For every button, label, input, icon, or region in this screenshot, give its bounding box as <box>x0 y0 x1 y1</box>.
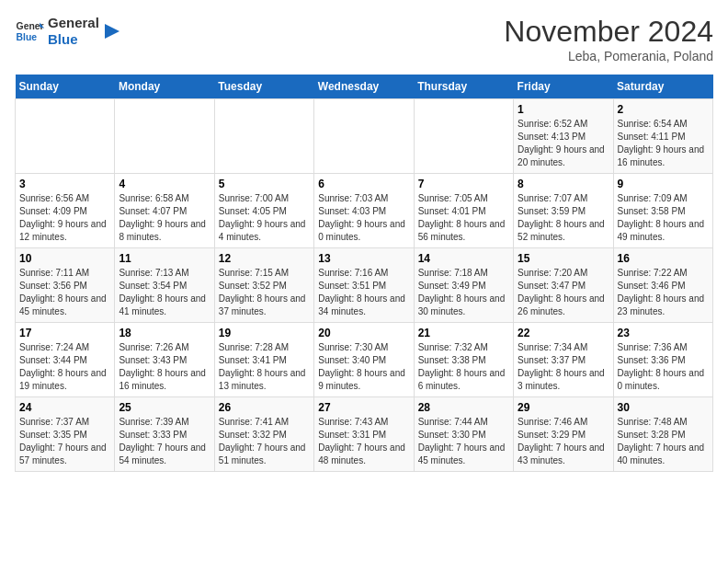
day-number: 19 <box>219 327 310 339</box>
table-row: 20Sunrise: 7:30 AM Sunset: 3:40 PM Dayli… <box>314 323 414 397</box>
day-number: 17 <box>19 327 110 339</box>
table-row: 26Sunrise: 7:41 AM Sunset: 3:32 PM Dayli… <box>214 397 313 472</box>
table-row: 5Sunrise: 7:00 AM Sunset: 4:05 PM Daylig… <box>214 174 313 248</box>
header-monday: Monday <box>115 75 214 99</box>
day-number: 6 <box>318 178 409 190</box>
logo: General Blue General Blue <box>15 15 121 48</box>
table-row: 1Sunrise: 6:52 AM Sunset: 4:13 PM Daylig… <box>514 99 613 174</box>
day-info: Sunrise: 7:41 AM Sunset: 3:32 PM Dayligh… <box>219 416 310 467</box>
weekday-header-row: Sunday Monday Tuesday Wednesday Thursday… <box>16 75 713 99</box>
table-row: 22Sunrise: 7:34 AM Sunset: 3:37 PM Dayli… <box>514 323 613 397</box>
table-row: 28Sunrise: 7:44 AM Sunset: 3:30 PM Dayli… <box>414 397 513 472</box>
day-info: Sunrise: 7:03 AM Sunset: 4:03 PM Dayligh… <box>318 192 409 244</box>
day-number: 7 <box>418 178 509 190</box>
day-info: Sunrise: 7:16 AM Sunset: 3:51 PM Dayligh… <box>318 267 409 318</box>
day-info: Sunrise: 7:32 AM Sunset: 3:38 PM Dayligh… <box>418 341 509 393</box>
logo-general: General <box>48 15 99 30</box>
logo-icon: General Blue <box>15 17 44 46</box>
table-row: 25Sunrise: 7:39 AM Sunset: 3:33 PM Dayli… <box>115 397 214 472</box>
table-row: 13Sunrise: 7:16 AM Sunset: 3:51 PM Dayli… <box>314 248 414 323</box>
day-info: Sunrise: 7:05 AM Sunset: 4:01 PM Dayligh… <box>418 192 509 244</box>
day-info: Sunrise: 7:11 AM Sunset: 3:56 PM Dayligh… <box>19 267 110 318</box>
day-number: 4 <box>119 178 210 190</box>
week-row-3: 10Sunrise: 7:11 AM Sunset: 3:56 PM Dayli… <box>16 248 713 323</box>
day-number: 11 <box>119 252 210 265</box>
table-row: 14Sunrise: 7:18 AM Sunset: 3:49 PM Dayli… <box>414 248 513 323</box>
logo-blue: Blue <box>48 31 78 47</box>
day-info: Sunrise: 7:30 AM Sunset: 3:40 PM Dayligh… <box>318 341 409 393</box>
week-row-1: 1Sunrise: 6:52 AM Sunset: 4:13 PM Daylig… <box>16 99 713 174</box>
calendar-table: Sunday Monday Tuesday Wednesday Thursday… <box>15 75 713 472</box>
day-number: 25 <box>119 401 210 414</box>
table-row: 17Sunrise: 7:24 AM Sunset: 3:44 PM Dayli… <box>16 323 115 397</box>
day-info: Sunrise: 7:43 AM Sunset: 3:31 PM Dayligh… <box>318 416 409 467</box>
table-row: 16Sunrise: 7:22 AM Sunset: 3:46 PM Dayli… <box>613 248 712 323</box>
logo-arrow-icon <box>103 22 121 40</box>
table-row: 3Sunrise: 6:56 AM Sunset: 4:09 PM Daylig… <box>16 174 115 248</box>
day-number: 30 <box>618 401 709 414</box>
svg-marker-3 <box>105 24 119 39</box>
day-number: 27 <box>318 401 409 414</box>
table-row: 21Sunrise: 7:32 AM Sunset: 3:38 PM Dayli… <box>414 323 513 397</box>
table-row: 23Sunrise: 7:36 AM Sunset: 3:36 PM Dayli… <box>613 323 712 397</box>
day-info: Sunrise: 7:22 AM Sunset: 3:46 PM Dayligh… <box>618 267 709 318</box>
day-info: Sunrise: 7:18 AM Sunset: 3:49 PM Dayligh… <box>418 267 509 318</box>
table-row: 7Sunrise: 7:05 AM Sunset: 4:01 PM Daylig… <box>414 174 513 248</box>
day-info: Sunrise: 7:20 AM Sunset: 3:47 PM Dayligh… <box>518 267 609 318</box>
day-number: 15 <box>518 252 609 265</box>
table-row: 8Sunrise: 7:07 AM Sunset: 3:59 PM Daylig… <box>514 174 613 248</box>
day-number: 21 <box>418 327 509 339</box>
table-row: 27Sunrise: 7:43 AM Sunset: 3:31 PM Dayli… <box>314 397 414 472</box>
header-saturday: Saturday <box>613 75 712 99</box>
day-info: Sunrise: 6:56 AM Sunset: 4:09 PM Dayligh… <box>19 192 110 244</box>
day-number: 5 <box>219 178 310 190</box>
day-info: Sunrise: 7:26 AM Sunset: 3:43 PM Dayligh… <box>119 341 210 393</box>
table-row <box>16 99 115 174</box>
day-number: 26 <box>219 401 310 414</box>
table-row: 15Sunrise: 7:20 AM Sunset: 3:47 PM Dayli… <box>514 248 613 323</box>
day-number: 24 <box>19 401 110 414</box>
day-info: Sunrise: 7:34 AM Sunset: 3:37 PM Dayligh… <box>518 341 609 393</box>
table-row: 6Sunrise: 7:03 AM Sunset: 4:03 PM Daylig… <box>314 174 414 248</box>
table-row <box>115 99 214 174</box>
day-info: Sunrise: 7:13 AM Sunset: 3:54 PM Dayligh… <box>119 267 210 318</box>
table-row: 18Sunrise: 7:26 AM Sunset: 3:43 PM Dayli… <box>115 323 214 397</box>
day-number: 1 <box>518 103 609 116</box>
header-thursday: Thursday <box>414 75 513 99</box>
day-number: 28 <box>418 401 509 414</box>
day-number: 8 <box>518 178 609 190</box>
day-number: 10 <box>19 252 110 265</box>
day-info: Sunrise: 6:58 AM Sunset: 4:07 PM Dayligh… <box>119 192 210 244</box>
day-info: Sunrise: 7:44 AM Sunset: 3:30 PM Dayligh… <box>418 416 509 467</box>
day-info: Sunrise: 7:28 AM Sunset: 3:41 PM Dayligh… <box>219 341 310 393</box>
day-number: 12 <box>219 252 310 265</box>
day-info: Sunrise: 7:15 AM Sunset: 3:52 PM Dayligh… <box>219 267 310 318</box>
table-row: 2Sunrise: 6:54 AM Sunset: 4:11 PM Daylig… <box>613 99 712 174</box>
day-number: 23 <box>618 327 709 339</box>
table-row: 11Sunrise: 7:13 AM Sunset: 3:54 PM Dayli… <box>115 248 214 323</box>
week-row-4: 17Sunrise: 7:24 AM Sunset: 3:44 PM Dayli… <box>16 323 713 397</box>
day-info: Sunrise: 7:48 AM Sunset: 3:28 PM Dayligh… <box>618 416 709 467</box>
day-number: 20 <box>318 327 409 339</box>
table-row: 4Sunrise: 6:58 AM Sunset: 4:07 PM Daylig… <box>115 174 214 248</box>
table-row: 19Sunrise: 7:28 AM Sunset: 3:41 PM Dayli… <box>214 323 313 397</box>
day-number: 3 <box>19 178 110 190</box>
day-info: Sunrise: 7:00 AM Sunset: 4:05 PM Dayligh… <box>219 192 310 244</box>
header-friday: Friday <box>514 75 613 99</box>
svg-text:Blue: Blue <box>17 32 38 42</box>
day-number: 22 <box>518 327 609 339</box>
week-row-2: 3Sunrise: 6:56 AM Sunset: 4:09 PM Daylig… <box>16 174 713 248</box>
day-number: 16 <box>618 252 709 265</box>
day-info: Sunrise: 6:52 AM Sunset: 4:13 PM Dayligh… <box>518 118 609 169</box>
day-number: 2 <box>618 103 709 116</box>
table-row <box>414 99 513 174</box>
day-info: Sunrise: 7:37 AM Sunset: 3:35 PM Dayligh… <box>19 416 110 467</box>
header-wednesday: Wednesday <box>314 75 414 99</box>
day-number: 9 <box>618 178 709 190</box>
table-row: 9Sunrise: 7:09 AM Sunset: 3:58 PM Daylig… <box>613 174 712 248</box>
day-info: Sunrise: 7:07 AM Sunset: 3:59 PM Dayligh… <box>518 192 609 244</box>
header-sunday: Sunday <box>16 75 115 99</box>
table-row <box>214 99 313 174</box>
table-row <box>314 99 414 174</box>
table-row: 12Sunrise: 7:15 AM Sunset: 3:52 PM Dayli… <box>214 248 313 323</box>
